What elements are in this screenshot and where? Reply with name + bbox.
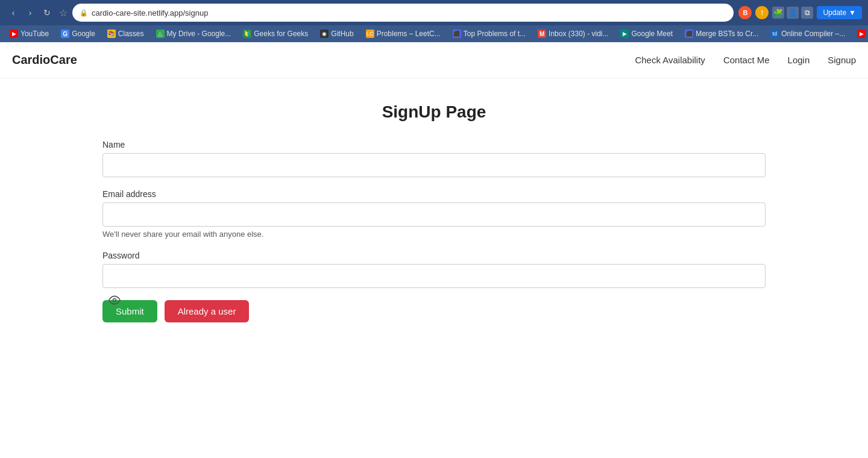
- bookmark-meet[interactable]: ▶ Google Meet: [615, 28, 678, 39]
- browser-actions: B ! 🧩 👤 ⧉ Update ▼: [738, 6, 862, 19]
- bookmark-youtube-label: YouTube: [20, 30, 49, 38]
- github-favicon: ◉: [320, 30, 329, 38]
- email-field-group: Email address We'll never share your ema…: [102, 189, 766, 239]
- bookmark-mongodb[interactable]: ▶ MongoDb Tutorial...: [852, 28, 868, 39]
- bookmark-classes-label: Classes: [118, 30, 144, 38]
- password-label: Password: [102, 251, 766, 260]
- bookmark-meet-label: Google Meet: [631, 30, 673, 38]
- meet-favicon: ▶: [620, 30, 629, 38]
- nav-signup[interactable]: Signup: [828, 55, 856, 65]
- nav-check-availability[interactable]: Check Availability: [635, 55, 705, 65]
- bookmark-compiler-label: Online Compiler –...: [781, 30, 845, 38]
- browser-chrome: ‹ › ↻ ☆ 🔒 cardio-care-site.netlify.app/s…: [0, 0, 868, 42]
- bookmark-compiler[interactable]: td Online Compiler –...: [766, 28, 850, 39]
- bookmarks-bar: ▶ YouTube G Google 📚 Classes △ My Drive …: [0, 25, 868, 42]
- warning-icon: !: [755, 6, 769, 19]
- merge-bst-favicon: ⬛: [685, 30, 693, 38]
- bookmark-merge-bst[interactable]: ⬛ Merge BSTs to Cr...: [680, 28, 763, 39]
- nav-login[interactable]: Login: [788, 55, 810, 65]
- eye-icon: [108, 294, 121, 306]
- page-content: CardioCare Check Availability Contact Me…: [0, 42, 868, 433]
- name-input[interactable]: [102, 153, 766, 177]
- password-wrapper: [102, 264, 766, 288]
- bookmark-leetcode[interactable]: LC Problems – LeetC...: [361, 28, 445, 39]
- svg-point-0: [113, 299, 116, 302]
- bookmark-inbox-label: Inbox (330) - vidi...: [549, 30, 608, 38]
- update-button[interactable]: Update ▼: [817, 6, 862, 19]
- lock-icon: 🔒: [80, 9, 88, 17]
- youtube-favicon: ▶: [10, 30, 18, 38]
- compiler-favicon: td: [770, 30, 779, 38]
- name-field-group: Name: [102, 140, 766, 177]
- extensions-area: 🧩 👤 ⧉: [772, 7, 813, 19]
- bookmark-drive-label: My Drive - Google...: [167, 30, 231, 38]
- brand-logo[interactable]: CardioCare: [12, 53, 77, 67]
- bookmark-google[interactable]: G Google: [56, 28, 100, 39]
- email-label: Email address: [102, 189, 766, 199]
- address-text: cardio-care-site.netlify.app/signup: [92, 8, 726, 17]
- main-content: SignUp Page Name Email address We'll nev…: [0, 78, 868, 347]
- name-label: Name: [102, 140, 766, 149]
- classes-favicon: 📚: [107, 30, 116, 38]
- bookmark-gfg[interactable]: 🔰 Geeks for Geeks: [238, 28, 313, 39]
- email-hint: We'll never share your email with anyone…: [102, 230, 766, 239]
- nav-buttons: ‹ › ↻: [6, 5, 54, 20]
- google-favicon: G: [61, 30, 69, 38]
- mongodb-favicon: ▶: [857, 30, 866, 38]
- profile-icon[interactable]: 👤: [787, 7, 799, 19]
- bookmark-top-problems-label: Top Problems of t...: [464, 30, 526, 38]
- page-title: SignUp Page: [382, 102, 486, 122]
- extensions-puzzle-icon[interactable]: 🧩: [772, 7, 784, 19]
- forward-button[interactable]: ›: [23, 5, 37, 20]
- page-bookmark-button[interactable]: ☆: [59, 7, 68, 19]
- tab-manager-icon[interactable]: ⧉: [801, 7, 813, 19]
- update-chevron-icon: ▼: [849, 8, 856, 17]
- address-bar[interactable]: 🔒 cardio-care-site.netlify.app/signup: [72, 4, 734, 22]
- password-field-group: Password: [102, 251, 766, 288]
- inbox-favicon: M: [538, 30, 546, 38]
- leetcode-favicon: LC: [366, 30, 374, 38]
- toggle-password-button[interactable]: [108, 294, 121, 309]
- brave-shield-icon: B: [738, 6, 752, 19]
- bookmark-inbox[interactable]: M Inbox (330) - vidi...: [533, 28, 613, 39]
- nav-links: Check Availability Contact Me Login Sign…: [635, 55, 856, 65]
- bookmark-google-label: Google: [72, 30, 95, 38]
- email-input[interactable]: [102, 202, 766, 227]
- gfg-favicon: 🔰: [243, 30, 251, 38]
- bookmark-gfg-label: Geeks for Geeks: [254, 30, 308, 38]
- bookmark-leetcode-label: Problems – LeetC...: [377, 30, 441, 38]
- bookmark-youtube[interactable]: ▶ YouTube: [5, 28, 54, 39]
- reload-button[interactable]: ↻: [40, 5, 54, 20]
- already-user-button[interactable]: Already a user: [165, 300, 250, 322]
- bookmark-drive[interactable]: △ My Drive - Google...: [151, 28, 236, 39]
- back-button[interactable]: ‹: [6, 5, 20, 20]
- password-input[interactable]: [102, 264, 766, 288]
- bookmark-merge-bst-label: Merge BSTs to Cr...: [696, 30, 758, 38]
- drive-favicon: △: [156, 30, 165, 38]
- navbar: CardioCare Check Availability Contact Me…: [0, 42, 868, 78]
- signup-form: Name Email address We'll never share you…: [102, 140, 766, 322]
- form-actions: Submit Already a user: [102, 300, 766, 322]
- bookmark-github-label: GitHub: [331, 30, 353, 38]
- bookmark-github[interactable]: ◉ GitHub: [315, 28, 358, 39]
- bookmark-top-problems[interactable]: ⬛ Top Problems of t...: [448, 28, 530, 39]
- browser-toolbar: ‹ › ↻ ☆ 🔒 cardio-care-site.netlify.app/s…: [0, 0, 868, 25]
- update-label: Update: [823, 8, 846, 17]
- top-problems-favicon: ⬛: [453, 30, 461, 38]
- nav-contact-me[interactable]: Contact Me: [723, 55, 770, 65]
- bookmark-classes[interactable]: 📚 Classes: [102, 28, 149, 39]
